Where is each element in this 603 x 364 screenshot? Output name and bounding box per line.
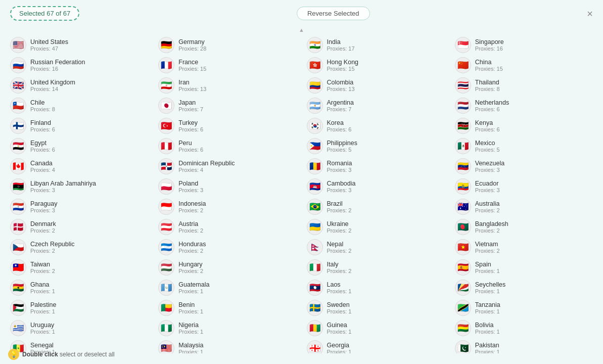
list-item[interactable]: 🇸🇪SwedenProxies: 1 xyxy=(302,298,450,318)
flag-icon: 🇵🇪 xyxy=(158,138,174,154)
country-name: Laos xyxy=(327,281,352,288)
proxy-count: Proxies: 1 xyxy=(178,349,203,353)
list-item[interactable]: 🇳🇱NetherlandsProxies: 6 xyxy=(450,96,598,116)
list-item[interactable]: 🇰🇷KoreaProxies: 6 xyxy=(302,116,450,136)
hint-icon: 💡 xyxy=(8,349,19,360)
proxy-count: Proxies: 8 xyxy=(30,106,55,112)
country-name: Senegal xyxy=(30,342,55,349)
list-item[interactable]: 🇧🇴BoliviaProxies: 1 xyxy=(450,318,598,338)
proxy-count: Proxies: 15 xyxy=(178,66,206,72)
list-item[interactable]: 🇫🇷FranceProxies: 15 xyxy=(153,55,301,75)
list-item[interactable]: 🇪🇨EcuadorProxies: 3 xyxy=(450,176,598,197)
list-item[interactable]: 🇹🇭ThailandProxies: 8 xyxy=(450,75,598,96)
list-item[interactable]: 🇳🇬NigeriaProxies: 1 xyxy=(153,318,301,338)
country-name: Benin xyxy=(178,301,203,308)
list-item[interactable]: 🇮🇳IndiaProxies: 17 xyxy=(302,35,450,55)
proxy-count: Proxies: 3 xyxy=(30,207,58,213)
list-item[interactable]: 🇵🇾ParaguayProxies: 3 xyxy=(5,197,153,217)
list-item[interactable]: 🇮🇹ItalyProxies: 2 xyxy=(302,257,450,278)
list-item[interactable]: 🇸🇬SingaporeProxies: 16 xyxy=(450,35,598,55)
list-item[interactable]: 🇵🇱PolandProxies: 3 xyxy=(153,176,301,197)
list-item[interactable]: 🇲🇾MalaysiaProxies: 1 xyxy=(153,338,301,353)
list-item[interactable]: 🇻🇳VietnamProxies: 2 xyxy=(450,237,598,257)
list-item[interactable]: 🇺🇾UruguayProxies: 1 xyxy=(5,318,153,338)
flag-icon: 🇪🇬 xyxy=(10,138,26,154)
list-item[interactable]: 🇪🇬EgyptProxies: 6 xyxy=(5,136,153,156)
bottom-hint: 💡 Double click select or deselect all xyxy=(8,349,115,360)
list-item[interactable]: 🇦🇷ArgentinaProxies: 7 xyxy=(302,96,450,116)
country-name: Thailand xyxy=(475,79,500,86)
flag-icon: 🇷🇺 xyxy=(10,57,26,73)
selected-badge-button[interactable]: Selected 67 of 67 xyxy=(10,6,79,21)
flag-icon: 🇨🇱 xyxy=(10,98,26,114)
flag-icon: 🇭🇳 xyxy=(158,239,174,255)
proxy-count: Proxies: 2 xyxy=(30,228,56,234)
list-item[interactable]: 🇭🇺HungaryProxies: 2 xyxy=(153,257,301,278)
list-item[interactable]: 🇩🇴Dominican RepublicProxies: 4 xyxy=(153,156,301,176)
list-item[interactable]: 🇹🇿TanzaniaProxies: 1 xyxy=(450,298,598,318)
country-name: Pakistan xyxy=(475,342,500,349)
list-item[interactable]: 🇰🇭CambodiaProxies: 3 xyxy=(302,176,450,197)
reverse-selected-button[interactable]: Reverse Selected xyxy=(297,7,370,20)
close-button[interactable]: × xyxy=(587,9,593,19)
country-name: Cambodia xyxy=(327,180,356,187)
list-item[interactable]: 🇦🇹AustriaProxies: 2 xyxy=(153,217,301,237)
list-item[interactable]: 🇬🇹GuatemalaProxies: 1 xyxy=(153,278,301,298)
list-item[interactable]: 🇱🇾Libyan Arab JamahiriyaProxies: 3 xyxy=(5,176,153,197)
list-item[interactable]: 🇦🇺AustraliaProxies: 2 xyxy=(450,197,598,217)
list-item[interactable]: 🇺🇸United StatesProxies: 47 xyxy=(5,35,153,55)
proxy-count: Proxies: 6 xyxy=(475,126,500,132)
list-item[interactable]: 🇹🇼TaiwanProxies: 2 xyxy=(5,257,153,278)
proxy-count: Proxies: 3 xyxy=(475,187,500,193)
country-name: Tanzania xyxy=(475,301,500,308)
list-item[interactable]: 🇵🇰PakistanProxies: 1 xyxy=(450,338,598,353)
list-item[interactable]: 🇫🇮FinlandProxies: 6 xyxy=(5,116,153,136)
list-item[interactable]: 🇨🇦CanadaProxies: 4 xyxy=(5,156,153,176)
flag-icon: 🇲🇽 xyxy=(455,138,471,154)
list-item[interactable]: 🇩🇰DenmarkProxies: 2 xyxy=(5,217,153,237)
list-item[interactable]: 🇮🇷IranProxies: 13 xyxy=(153,75,301,96)
list-item[interactable]: 🇹🇷TurkeyProxies: 6 xyxy=(153,116,301,136)
country-name: Egypt xyxy=(30,140,55,147)
list-item[interactable]: 🇬🇳GuineaProxies: 1 xyxy=(302,318,450,338)
list-item[interactable]: 🇩🇪GermanyProxies: 28 xyxy=(153,35,301,55)
list-item[interactable]: 🇨🇿Czech RepublicProxies: 2 xyxy=(5,237,153,257)
list-item[interactable]: 🇨🇴ColombiaProxies: 13 xyxy=(302,75,450,96)
list-item[interactable]: 🇸🇨SeychellesProxies: 1 xyxy=(450,278,598,298)
proxy-count: Proxies: 3 xyxy=(475,167,504,173)
country-name: Bangladesh xyxy=(475,220,508,228)
list-item[interactable]: 🇳🇵NepalProxies: 2 xyxy=(302,237,450,257)
proxy-count: Proxies: 2 xyxy=(178,248,206,254)
list-item[interactable]: 🇪🇸SpainProxies: 1 xyxy=(450,257,598,278)
list-item[interactable]: 🇲🇽MexicoProxies: 5 xyxy=(450,136,598,156)
list-item[interactable]: 🇷🇴RomaniaProxies: 3 xyxy=(302,156,450,176)
list-item[interactable]: 🇱🇦LaosProxies: 1 xyxy=(302,278,450,298)
list-item[interactable]: 🇮🇩IndonesiaProxies: 2 xyxy=(153,197,301,217)
list-item[interactable]: 🇨🇱ChileProxies: 8 xyxy=(5,96,153,116)
list-item[interactable]: 🇵🇭PhilippinesProxies: 5 xyxy=(302,136,450,156)
list-item[interactable]: 🇭🇳HondurasProxies: 2 xyxy=(153,237,301,257)
list-item[interactable]: 🇧🇩BangladeshProxies: 2 xyxy=(450,217,598,237)
country-name: Spain xyxy=(475,261,500,268)
list-item[interactable]: 🇧🇷BrazilProxies: 2 xyxy=(302,197,450,217)
list-item[interactable]: 🇻🇪VenezuelaProxies: 3 xyxy=(450,156,598,176)
list-item[interactable]: 🇬🇭GhanaProxies: 1 xyxy=(5,278,153,298)
proxy-count: Proxies: 6 xyxy=(178,126,203,132)
list-item[interactable]: 🇵🇪PeruProxies: 6 xyxy=(153,136,301,156)
list-item[interactable]: 🇨🇳ChinaProxies: 15 xyxy=(450,55,598,75)
list-item[interactable]: 🇭🇰Hong KongProxies: 15 xyxy=(302,55,450,75)
list-item[interactable]: 🇰🇪KenyaProxies: 6 xyxy=(450,116,598,136)
list-item[interactable]: 🇬🇧United KingdomProxies: 14 xyxy=(5,75,153,96)
list-item[interactable]: 🇧🇯BeninProxies: 1 xyxy=(153,298,301,318)
list-item[interactable]: 🇬🇪GeorgiaProxies: 1 xyxy=(302,338,450,353)
list-item[interactable]: 🇯🇵JapanProxies: 7 xyxy=(153,96,301,116)
country-name: Singapore xyxy=(475,38,504,46)
list-item[interactable]: 🇺🇦UkraineProxies: 2 xyxy=(302,217,450,237)
list-item[interactable]: 🇷🇺Russian FederationProxies: 16 xyxy=(5,55,153,75)
proxy-count: Proxies: 6 xyxy=(327,126,352,132)
proxy-count: Proxies: 3 xyxy=(327,187,356,193)
list-item[interactable]: 🇵🇸PalestineProxies: 1 xyxy=(5,298,153,318)
flag-icon: 🇵🇱 xyxy=(158,178,174,195)
country-name: Georgia xyxy=(327,342,352,349)
proxy-count: Proxies: 1 xyxy=(178,329,203,335)
